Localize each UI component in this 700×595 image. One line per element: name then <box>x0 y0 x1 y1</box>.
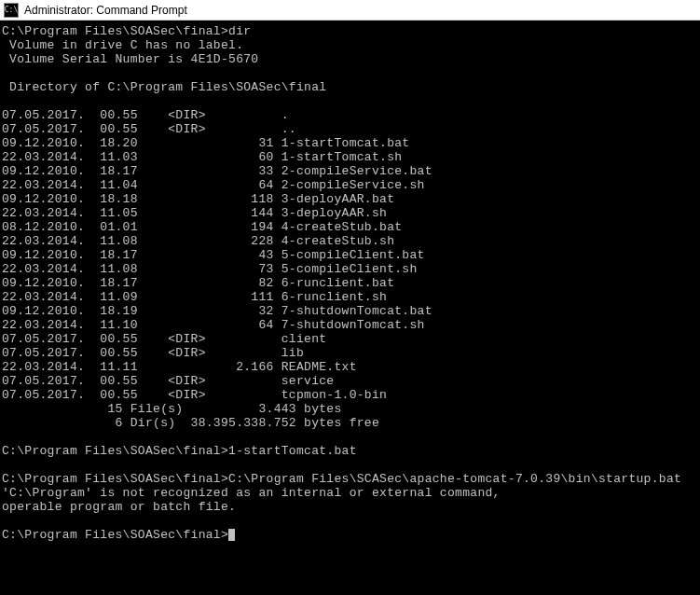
output-line: Volume in drive C has no label. <box>2 38 243 52</box>
dir-row: 07.05.2017. 00.55 <DIR> lib <box>2 346 304 360</box>
output-line: Directory of C:\Program Files\SOASec\fin… <box>2 80 326 94</box>
dir-row: 07.05.2017. 00.55 <DIR> .. <box>2 122 296 136</box>
dir-row: 07.05.2017. 00.55 <DIR> client <box>2 332 326 346</box>
output-line: Volume Serial Number is 4E1D-5670 <box>2 52 258 66</box>
dir-row: 08.12.2010. 01.01 194 4-createStub.bat <box>2 220 402 234</box>
prompt-line: C:\Program Files\SOASec\final> <box>2 528 228 542</box>
dir-row: 22.03.2014. 11.08 228 4-createStub.sh <box>2 234 394 248</box>
dir-row: 07.05.2017. 00.55 <DIR> service <box>2 374 334 388</box>
window-title: Administrator: Command Prompt <box>24 4 187 17</box>
dir-row: 07.05.2017. 00.55 <DIR> . <box>2 108 289 122</box>
terminal-output[interactable]: C:\Program Files\SOASec\final>dir Volume… <box>0 21 700 595</box>
dir-row: 09.12.2010. 18.17 43 5-compileClient.bat <box>2 248 425 262</box>
prompt-line: C:\Program Files\SOASec\final>dir <box>2 24 251 38</box>
dir-row: 09.12.2010. 18.20 31 1-startTomcat.bat <box>2 136 409 150</box>
prompt-line: C:\Program Files\SOASec\final>1-startTom… <box>2 444 357 458</box>
error-line: operable program or batch file. <box>2 500 236 514</box>
dir-row: 07.05.2017. 00.55 <DIR> tcpmon-1.0-bin <box>2 388 387 402</box>
dir-row: 09.12.2010. 18.19 32 7-shutdownTomcat.ba… <box>2 304 432 318</box>
summary-line: 6 Dir(s) 38.395.338.752 bytes free <box>2 416 379 430</box>
window-title-bar[interactable]: C:\ Administrator: Command Prompt <box>0 0 700 21</box>
dir-row: 09.12.2010. 18.18 118 3-deployAAR.bat <box>2 192 394 206</box>
cmd-icon: C:\ <box>4 3 19 18</box>
error-line: 'C:\Program' is not recognized as an int… <box>2 486 501 500</box>
dir-row: 22.03.2014. 11.08 73 5-compileClient.sh <box>2 262 418 276</box>
cursor <box>228 529 235 541</box>
dir-row: 09.12.2010. 18.17 82 6-runclient.bat <box>2 276 394 290</box>
dir-row: 22.03.2014. 11.03 60 1-startTomcat.sh <box>2 150 402 164</box>
summary-line: 15 File(s) 3.443 bytes <box>2 402 342 416</box>
prompt-line: C:\Program Files\SOASec\final>C:\Program… <box>2 472 681 486</box>
dir-row: 22.03.2014. 11.10 64 7-shutdownTomcat.sh <box>2 318 425 332</box>
dir-row: 09.12.2010. 18.17 33 2-compileService.ba… <box>2 164 432 178</box>
dir-row: 22.03.2014. 11.09 111 6-runclient.sh <box>2 290 387 304</box>
dir-row: 22.03.2014. 11.05 144 3-deployAAR.sh <box>2 206 387 220</box>
dir-row: 22.03.2014. 11.11 2.166 README.txt <box>2 360 357 374</box>
dir-row: 22.03.2014. 11.04 64 2-compileService.sh <box>2 178 425 192</box>
